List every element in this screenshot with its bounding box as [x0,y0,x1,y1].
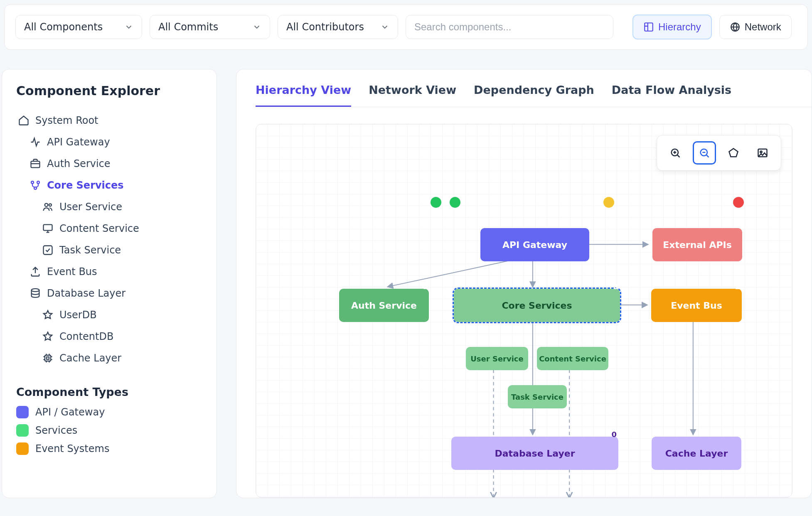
node-user-service[interactable]: User Service [466,347,528,370]
node-auth-service[interactable]: Auth Service0 [339,289,429,322]
tree-item-content-service[interactable]: Content Service [16,219,202,238]
node-task-service[interactable]: Task Service [508,385,567,408]
export-image-button[interactable] [751,141,774,165]
diagram-canvas[interactable]: API GatewayExternal APIsAuth Service0Cor… [256,124,792,498]
image-icon [757,147,768,159]
upload-icon [30,266,41,278]
check-icon [42,244,54,256]
node-badge: 3 [613,282,618,291]
tree-item-contentdb[interactable]: ContentDB [16,327,202,346]
node-label: API Gateway [502,240,567,250]
hierarchy-view-button[interactable]: Hierarchy [632,15,712,39]
git-icon [30,179,41,191]
main-panel: Hierarchy ViewNetwork ViewDependency Gra… [236,69,812,498]
legend-row: Services [16,424,202,437]
node-core-services[interactable]: Core Services3 [454,289,620,322]
node-label: Task Service [511,393,563,401]
chip-icon [42,352,54,364]
tree-item-label: Database Layer [47,287,125,299]
tree-item-system-root[interactable]: System Root [16,111,202,130]
select-label: All Components [24,21,103,33]
tree-item-label: API Gateway [47,136,110,148]
db-icon [30,287,41,299]
filter-components-select[interactable]: All Components [15,15,142,39]
component-tree: System RootAPI GatewayAuth ServiceCore S… [16,111,202,368]
node-content-service[interactable]: Content Service [537,347,608,370]
tree-item-api-gateway[interactable]: API Gateway [16,132,202,152]
chevron-down-icon [380,22,389,32]
monitor-icon [42,223,54,234]
node-label: Auth Service [351,300,417,311]
tree-item-label: Auth Service [47,158,111,170]
tab-hierarchy-view[interactable]: Hierarchy View [256,84,351,107]
legend-label: Event Systems [35,443,109,455]
home-icon [18,115,30,126]
filter-contributors-select[interactable]: All Contributors [278,15,398,39]
node-badge: 0 [611,430,617,439]
reset-view-button[interactable] [722,141,745,165]
tab-network-view[interactable]: Network View [369,84,456,107]
star-icon [42,331,54,342]
legend-row: API / Gateway [16,406,202,418]
zoom-out-button[interactable] [693,141,716,165]
globe-icon [730,22,741,32]
legend-row: Event Systems [16,442,202,455]
activity-icon [30,136,41,148]
filter-commits-select[interactable]: All Commits [150,15,270,39]
layout-icon [643,22,654,32]
top-toolbar: All Components All Commits All Contribut… [4,4,808,50]
tree-item-cache-layer[interactable]: Cache Layer [16,348,202,368]
select-label: All Contributors [286,21,364,33]
node-label: External APIs [663,240,732,250]
tree-item-database-layer[interactable]: Database Layer [16,283,202,303]
zoom-in-icon [669,147,681,159]
node-label: Database Layer [495,448,575,459]
component-types-title: Component Types [16,386,202,398]
legend-label: Services [35,425,77,436]
sidebar-title: Component Explorer [16,84,202,98]
node-event-bus[interactable]: Event Bus2 [651,289,742,322]
node-cache-layer[interactable]: Cache Layer [652,437,741,470]
tree-item-user-service[interactable]: User Service [16,197,202,217]
tab-data-flow-analysis[interactable]: Data Flow Analysis [612,84,731,107]
tree-item-label: System Root [35,115,98,126]
tree-item-auth-service[interactable]: Auth Service [16,154,202,174]
tree-item-label: ContentDB [59,331,113,342]
tree-item-label: Task Service [59,244,121,256]
tree-item-task-service[interactable]: Task Service [16,240,202,260]
zoom-out-icon [699,147,710,159]
tree-item-core-services[interactable]: Core Services [16,175,202,195]
tree-item-label: User Service [59,201,122,213]
node-label: Core Services [502,300,572,311]
node-label: Content Service [539,354,606,363]
node-api-gateway[interactable]: API Gateway [480,228,589,261]
button-label: Hierarchy [658,21,701,33]
tree-item-event-bus[interactable]: Event Bus [16,262,202,282]
button-label: Network [745,21,781,33]
node-badge: 0 [422,282,427,291]
tree-item-label: Cache Layer [59,352,121,364]
search-input[interactable] [406,15,613,39]
node-label: Event Bus [671,300,722,311]
node-label: User Service [470,354,524,363]
users-icon [42,201,54,213]
tree-item-label: Core Services [47,179,124,191]
select-label: All Commits [158,21,218,33]
tab-dependency-graph[interactable]: Dependency Graph [474,84,594,107]
status-dot [733,197,744,208]
network-view-button[interactable]: Network [719,15,792,39]
canvas-toolbox [657,135,781,171]
zoom-in-button[interactable] [664,141,687,165]
chevron-down-icon [252,22,261,32]
node-external-apis[interactable]: External APIs [652,228,742,261]
tree-item-userdb[interactable]: UserDB [16,305,202,325]
legend-swatch [16,442,29,455]
legend-label: API / Gateway [35,406,105,418]
legend-swatch [16,406,29,418]
node-database-layer[interactable]: Database Layer0 [451,437,618,470]
node-badge: 2 [735,282,740,291]
tree-item-label: Content Service [59,223,139,234]
main-tabs: Hierarchy ViewNetwork ViewDependency Gra… [256,84,812,107]
tree-item-label: Event Bus [47,266,97,278]
component-explorer-sidebar: Component Explorer System RootAPI Gatewa… [2,69,217,498]
